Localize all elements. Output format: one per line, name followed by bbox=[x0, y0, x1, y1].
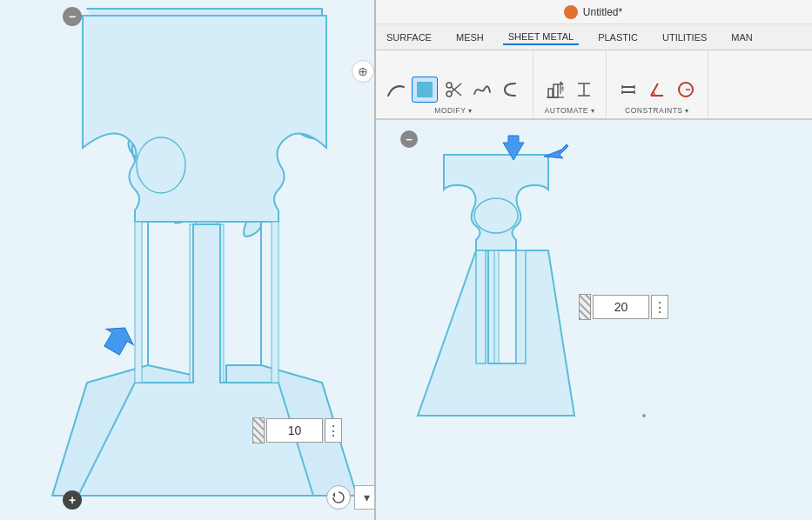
minus-button-left-top[interactable]: − bbox=[63, 7, 82, 26]
right-sketch-group bbox=[418, 136, 574, 416]
title-text: Untitled* bbox=[583, 6, 622, 18]
plus-button-left-bottom[interactable]: + bbox=[63, 490, 82, 510]
svg-marker-8 bbox=[332, 492, 335, 497]
automate-icons-row bbox=[542, 77, 597, 103]
dim-stripe-right bbox=[579, 294, 591, 320]
left-dim-options[interactable]: ⋮ bbox=[325, 418, 342, 443]
svg-point-11 bbox=[446, 83, 452, 88]
nav-utilities[interactable]: UTILITIES bbox=[657, 30, 712, 44]
modify-section: MODIFY ▾ bbox=[374, 50, 534, 118]
svg-rect-9 bbox=[417, 82, 433, 97]
automate-label: AUTOMATE ▾ bbox=[545, 106, 595, 115]
left-dimension-box: ⋮ bbox=[252, 417, 342, 443]
nav-plastic[interactable]: PLASTIC bbox=[593, 30, 643, 44]
svg-rect-37 bbox=[476, 250, 486, 363]
svg-rect-15 bbox=[554, 84, 558, 97]
nav-man[interactable]: MAN bbox=[726, 30, 757, 44]
nav-sheet-metal[interactable]: SHEET METAL bbox=[503, 30, 579, 45]
scissors-tool-icon[interactable] bbox=[440, 77, 466, 103]
svg-marker-17 bbox=[561, 86, 565, 91]
modify-icons-row bbox=[383, 77, 524, 103]
nav-mesh[interactable]: MESH bbox=[451, 30, 489, 44]
svg-rect-38 bbox=[516, 250, 526, 363]
app-icon bbox=[564, 5, 578, 19]
panel-divider bbox=[374, 0, 376, 520]
right-sketch-svg bbox=[374, 120, 812, 520]
automate-measure-icon[interactable] bbox=[571, 77, 597, 103]
bottom-nav-controls: ▾ bbox=[326, 485, 374, 510]
svg-rect-6 bbox=[272, 222, 278, 383]
dim-stripe-left bbox=[252, 417, 265, 443]
left-canvas: .sketch-stroke { fill: #d0eaf8; stroke: … bbox=[0, 0, 374, 520]
svg-rect-36 bbox=[494, 250, 499, 363]
svg-marker-40 bbox=[544, 144, 568, 158]
automate-section: AUTOMATE ▾ bbox=[534, 50, 607, 118]
svg-rect-5 bbox=[135, 222, 142, 383]
nav-surface[interactable]: SURFACE bbox=[381, 30, 437, 44]
canvas-dot bbox=[642, 414, 646, 417]
left-dimension-input[interactable] bbox=[266, 418, 323, 443]
svg-point-10 bbox=[446, 91, 452, 97]
right-edge-circle-button[interactable]: ⊕ bbox=[352, 60, 374, 83]
right-canvas: − ⋮ bbox=[374, 120, 812, 520]
rotate-nav-button[interactable] bbox=[326, 485, 351, 510]
toolbar-icons-area: MODIFY ▾ bbox=[374, 50, 812, 120]
fill-rect-tool-icon[interactable] bbox=[412, 77, 438, 103]
right-dimension-input[interactable] bbox=[593, 295, 649, 319]
circle-constraint-icon[interactable] bbox=[673, 77, 699, 103]
spline-tool-icon[interactable] bbox=[469, 77, 495, 103]
left-arrow-indicator bbox=[98, 320, 138, 358]
right-shape-arrow bbox=[544, 144, 568, 158]
right-dimension-box: ⋮ bbox=[579, 294, 668, 320]
title-bar: Untitled* bbox=[374, 0, 812, 24]
equal-constraint-icon[interactable] bbox=[615, 77, 641, 103]
minus-button-right[interactable]: − bbox=[400, 130, 418, 148]
constraints-icons-row bbox=[615, 77, 699, 103]
modify-label: MODIFY ▾ bbox=[434, 106, 472, 115]
constraints-label: CONSTRAINTS ▾ bbox=[625, 106, 689, 115]
angle-constraint-icon[interactable] bbox=[644, 77, 670, 103]
svg-rect-14 bbox=[548, 89, 553, 97]
curve-tool-icon[interactable] bbox=[383, 77, 409, 103]
automate-chart-icon[interactable] bbox=[542, 77, 568, 103]
top-nav-row: SURFACE MESH SHEET METAL PLASTIC UTILITI… bbox=[374, 24, 812, 50]
dropdown-nav-button[interactable]: ▾ bbox=[354, 485, 374, 510]
constraints-section: CONSTRAINTS ▾ bbox=[607, 50, 708, 118]
svg-point-34 bbox=[474, 198, 518, 233]
right-dim-options[interactable]: ⋮ bbox=[651, 295, 668, 319]
cbracket-tool-icon[interactable] bbox=[498, 77, 524, 103]
svg-marker-7 bbox=[98, 320, 138, 358]
